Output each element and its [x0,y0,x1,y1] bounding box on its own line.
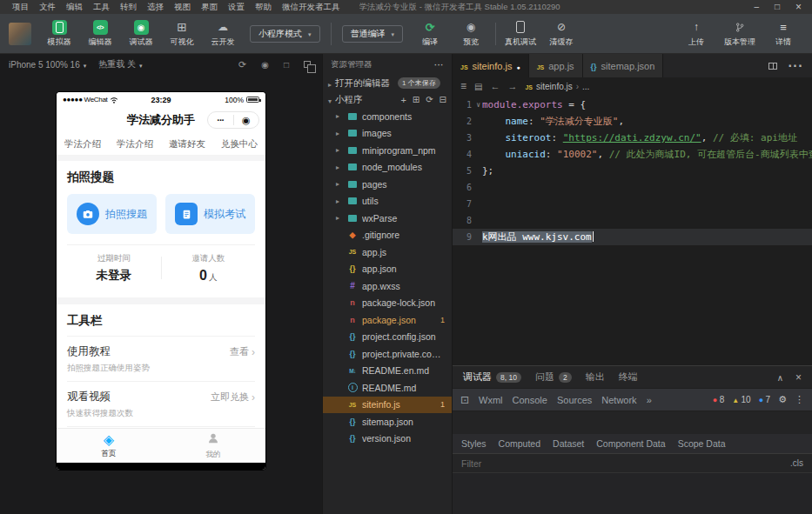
debugger-toggle[interactable]: 调试器 [124,20,158,48]
inspector-subtab[interactable]: Component Data [596,438,665,449]
menu-item[interactable]: 帮助 [250,2,277,13]
upload-button[interactable]: 上传 [680,20,713,48]
inspector-subtab[interactable]: Dataset [553,438,584,449]
menu-item[interactable]: 编辑 [61,2,88,13]
menu-item[interactable]: 视图 [169,2,196,13]
hot-reload-select[interactable]: 热重载 关 [98,58,142,70]
warning-count-badge[interactable]: 10 [732,395,750,404]
menu-item[interactable]: 项目 [7,2,34,13]
forward-icon[interactable] [507,81,517,91]
code-line[interactable]: 7 [453,196,812,212]
inspect-element-icon[interactable] [460,394,469,406]
tree-row[interactable]: images [323,125,452,143]
record-icon[interactable] [261,60,269,70]
tree-row[interactable]: app.wxss [323,277,452,295]
editor-tab-sitemap[interactable]: sitemap.json [583,54,664,77]
more-actions-icon[interactable] [434,60,444,70]
avatar[interactable] [9,23,31,45]
tree-row[interactable]: sitemap.json [323,413,452,431]
tree-row[interactable]: .gitignore [323,227,452,244]
collapse-panel-icon[interactable] [777,372,783,383]
mode-select[interactable]: 小程序模式 [250,25,320,43]
code-line[interactable]: 8 [453,212,812,229]
code-editor[interactable]: 1 module.exports = { 2 name: "学法减分专业版", … [453,95,812,365]
wxml-tree-area[interactable] [453,411,812,434]
bookmark-icon[interactable] [474,82,482,91]
editor-toggle[interactable]: 编辑器 [84,20,117,48]
tree-row[interactable]: app.json [323,261,452,278]
new-file-icon[interactable] [400,95,406,105]
devtools-tab[interactable]: Console [513,395,547,405]
devtools-tab[interactable]: Sources [557,395,592,405]
menu-item[interactable]: 工具 [88,2,115,13]
exit-icon[interactable] [234,112,259,128]
tree-row[interactable]: package-lock.json [323,295,452,312]
inspector-subtab[interactable]: Computed [499,438,540,449]
split-editor-icon[interactable] [768,63,777,70]
devtools-tab[interactable]: Network [601,395,636,405]
styles-pane-area[interactable] [453,473,812,514]
debugger-tab[interactable]: 调试器8, 10 [463,370,521,384]
devtools-tab[interactable]: Wxml [479,395,503,405]
debugger-tab[interactable]: 问题2 [535,370,572,384]
tree-row[interactable]: README.md [323,379,452,397]
tree-row[interactable]: components [323,108,452,125]
code-line[interactable]: 2 name: "学法减分专业版", [453,113,812,130]
simulator-toggle[interactable]: 模拟器 [43,20,76,48]
code-line[interactable]: 1 module.exports = { [453,97,812,113]
tree-row[interactable]: project.private.config.js... [323,345,452,363]
visualizer-toggle[interactable]: 可视化 [165,20,198,48]
editor-tab-app[interactable]: app.js [529,54,583,77]
editor-tab-siteinfo[interactable]: siteinfo.js [453,54,529,77]
restart-icon[interactable] [238,59,246,70]
inspector-subtab[interactable]: Scope Data [678,438,726,449]
version-control-button[interactable]: 版本管理 [723,20,756,48]
refresh-icon[interactable] [426,95,433,104]
debugger-tab[interactable]: 输出 [586,370,605,384]
tab-item[interactable]: 兑换中心 [221,138,258,150]
tab-item[interactable]: 学法介绍 [117,138,153,150]
photo-search-button[interactable]: 拍照搜题 [67,194,157,234]
style-filter-input[interactable] [461,458,783,469]
inspector-subtab[interactable]: Styles [461,438,487,449]
more-actions-icon[interactable] [789,58,803,74]
info-count-badge[interactable]: 7 [759,395,771,404]
minimize-button[interactable] [754,3,759,11]
new-folder-icon[interactable] [413,95,419,104]
tree-row[interactable]: miniprogram_npm [323,142,452,159]
menu-item[interactable]: 界面 [196,2,223,13]
code-line[interactable]: 5 }; [453,163,812,179]
more-tabs-icon[interactable] [647,395,652,405]
popout-icon[interactable] [304,61,311,68]
close-panel-icon[interactable] [795,371,802,384]
tab-item[interactable]: 学法介绍 [64,138,101,150]
kebab-menu-icon[interactable] [795,394,804,405]
cloud-dev-button[interactable]: 云开发 [206,20,239,48]
tabbar-item-mine[interactable]: 我的 [161,429,265,463]
code-line[interactable]: 6 [453,179,812,196]
mock-exam-button[interactable]: 模拟考试 [165,194,255,234]
compile-button[interactable]: 编译 [413,20,446,48]
outline-icon[interactable] [460,80,466,92]
code-line[interactable]: 4 uniacid: "10002", // 此处为商城ID, 可在超管后台-商… [453,146,812,163]
open-editors-section[interactable]: 打开的编辑器 1 个未保存 [323,75,452,91]
screenshot-icon[interactable] [284,60,289,70]
menu-item[interactable]: 文件 [34,2,61,13]
tree-row[interactable]: package.json 1 [323,311,452,329]
gear-icon[interactable] [778,394,787,405]
error-count-badge[interactable]: 8 [713,395,725,404]
tree-row[interactable]: node_modules [323,159,452,177]
menu-item[interactable]: 选择 [142,2,169,13]
project-root-row[interactable]: 小程序 [323,91,452,108]
details-button[interactable]: 详情 [767,20,800,48]
menu-item[interactable]: 设置 [223,2,250,13]
back-icon[interactable] [490,81,500,91]
tabbar-item-home[interactable]: 首页 [57,429,161,463]
debugger-tab[interactable]: 终端 [619,370,638,384]
cls-toggle[interactable]: .cls [790,458,803,468]
menu-item[interactable]: 微信开发者工具 [277,2,346,13]
tree-row[interactable]: utils [323,193,452,210]
list-item[interactable]: 观看视频 立即兑换 快速获得搜题次数 [67,382,255,427]
code-line[interactable]: 9 k网出品 www.kjsv.com [453,229,812,245]
device-select[interactable]: iPhone 5 100% 16 [9,60,86,70]
